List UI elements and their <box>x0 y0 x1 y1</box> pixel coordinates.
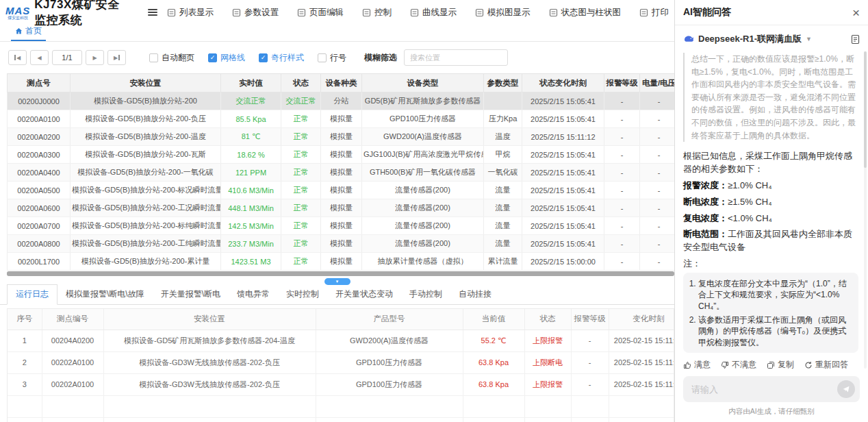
ai-answer-block: 根据已知信息，采煤工作面上隅角甲烷传感器的相关参数如下： 报警浓度：≥1.0% … <box>683 150 858 353</box>
search-box <box>404 49 508 66</box>
menu-item-list-display[interactable]: 列表显示 <box>167 7 214 18</box>
cell-device-kind: 模拟量 <box>321 128 362 146</box>
last-page-button[interactable]: ▶ <box>107 50 126 65</box>
cell-param-type: 压力Kpa <box>484 110 522 128</box>
ai-scrollbar-thumb[interactable] <box>864 51 867 168</box>
menu-item-control[interactable]: 控制 <box>362 7 392 18</box>
cell-point-id: 00200A0700 <box>8 217 71 235</box>
first-page-button[interactable]: ◀ <box>8 50 27 65</box>
cell-change-time: 2025-02-15 15:11:32 <box>609 330 674 351</box>
log-table-row: 3 00202A0100 模拟设备-GD3W无线抽放传感器-202-负压 GPD… <box>8 373 674 395</box>
menu-item-icon <box>639 8 648 17</box>
cell-point-id: 00200L1700 <box>8 253 71 271</box>
table-row[interactable]: 00200A0700 模拟设备-GD5(B)抽放分站-200-标纯瞬时流量 14… <box>8 217 675 235</box>
fuzzy-filter-label: 模糊筛选 <box>364 52 397 64</box>
cell-param-type: 一氧化碳 <box>484 164 522 182</box>
tab-home[interactable]: 首页 <box>11 23 46 41</box>
column-header: 状态变化时刻 <box>522 74 604 92</box>
checkbox-odd-row-style[interactable]: ✓ 奇行样式 <box>259 52 304 64</box>
cell-alarm-level: - <box>571 351 609 373</box>
tab-auto-attach[interactable]: 自动挂接 <box>450 285 500 304</box>
log-table-header-row: 序号测点编号安装位置产品型号当前值状态报警等级变化时刻 <box>8 309 674 330</box>
cell-change-time <box>609 417 674 422</box>
history-doc-icon[interactable] <box>851 34 860 45</box>
cell-status: 正常 <box>281 146 321 164</box>
cell-alarm-level <box>571 395 609 417</box>
close-icon[interactable]: × <box>852 6 860 19</box>
collapse-panel-button[interactable]: ▼ <box>324 278 350 285</box>
tab-run-log[interactable]: 运行日志 <box>7 284 58 305</box>
horizontal-scrollbar-thumb[interactable] <box>7 271 674 276</box>
table-row[interactable]: 00200A0400 模拟设备-GD5(B)抽放分站-200-一氧化碳 121 … <box>8 164 675 182</box>
cell-status: 交流正常 <box>281 92 321 110</box>
cell-status: 正常 <box>281 110 321 128</box>
checkbox-row-number[interactable]: ✓ 行号 <box>318 52 346 64</box>
model-selector[interactable]: Deepseek-R1-联网满血版 ▼ <box>675 25 868 49</box>
cell-current-value: 63.8 Kpa <box>463 351 524 373</box>
tab-feed-abnormal[interactable]: 馈电异常 <box>229 285 278 304</box>
cell-device-type: GD5(B)矿用瓦斯抽放多参数传感器 <box>362 92 484 110</box>
ai-answer-params: 报警浓度：≥1.0% CH₄断电浓度：≥1.5% CH₄复电浓度：<1.0% C… <box>683 179 858 254</box>
table-row[interactable]: 00200A0800 模拟设备-GD5(B)抽放分站-200-工纯瞬时流量 23… <box>8 235 675 253</box>
cell-status-change-time: 2025/2/15 15:05:41 <box>522 199 604 217</box>
regenerate-button[interactable]: 重新回答 <box>804 359 848 371</box>
checkbox-label: 自动翻页 <box>162 52 194 64</box>
table-row[interactable]: 00200A0500 模拟设备-GD5(B)抽放分站-200-标况瞬时流量 41… <box>8 182 675 199</box>
table-row[interactable]: 00200A0600 模拟设备-GD5(B)抽放分站-200-工况瞬时流量 44… <box>8 199 675 217</box>
cell-seq: 3 <box>8 373 42 395</box>
menu-item-status-bar-chart[interactable]: 状态图与柱状图 <box>549 7 622 18</box>
model-name: Deepseek-R1-联网满血版 <box>698 33 802 45</box>
next-page-button[interactable]: ▶ <box>86 50 104 65</box>
tab-manual-control[interactable]: 手动控制 <box>401 285 450 304</box>
chevron-down-icon: ▼ <box>806 36 812 42</box>
ai-message-input[interactable] <box>691 384 837 395</box>
menu-item-page-edit[interactable]: 页面编辑 <box>297 7 344 18</box>
cell-realtime-value: 233.7 M3/Min <box>221 235 281 253</box>
checkbox-box[interactable]: ✓ <box>259 53 268 62</box>
table-row[interactable]: 00200A0100 模拟设备-GD5(B)抽放分站-200-负压 85.5 K… <box>8 110 675 128</box>
cell-power-voltage: - <box>640 182 675 199</box>
cell-install-location: 模拟设备-GD5(B)抽放分站-200-一氧化碳 <box>71 164 221 182</box>
checkbox-box[interactable]: ✓ <box>208 53 217 62</box>
checkbox-grid-lines[interactable]: ✓ 网格线 <box>208 52 245 64</box>
log-tab-bar: 运行日志模拟量报警\断电\故障开关量报警\断电馈电异常实时控制开关量状态变动手动… <box>0 286 674 305</box>
cell-product-model <box>316 417 463 422</box>
table-row[interactable]: 00200J0000 模拟设备-GD5(B)抽放分站-200 交流正常 交流正常… <box>8 92 675 110</box>
cell-alarm-level: - <box>604 253 640 271</box>
cell-device-kind: 分站 <box>321 92 362 110</box>
menu-item-icon <box>167 8 176 17</box>
cell-install-location: 模拟设备-GD5(B)抽放分站-200-工况瞬时流量 <box>71 199 221 217</box>
menu-item-param-settings[interactable]: 参数设置 <box>232 7 279 18</box>
prev-page-button[interactable]: ◀ <box>30 50 49 65</box>
hamburger-menu-icon[interactable] <box>148 9 157 16</box>
satisfied-button[interactable]: 满意 <box>683 359 711 371</box>
checkbox-box[interactable]: ✓ <box>318 53 327 62</box>
menu-item-curve-display[interactable]: 曲线显示 <box>410 7 457 18</box>
send-button[interactable] <box>837 380 855 398</box>
table-row[interactable]: 00200L1700 模拟设备-GD5(B)抽放分站-200-累计量 1423.… <box>8 253 675 271</box>
cell-param-type: 流量 <box>484 182 522 199</box>
menu-item-print[interactable]: 打印 <box>639 7 669 18</box>
tab-home-label: 首页 <box>25 25 42 37</box>
menu-item-mimic-display[interactable]: 模拟图显示 <box>475 7 531 18</box>
copy-button[interactable]: 复制 <box>767 359 794 371</box>
tab-switch-alarm[interactable]: 开关量报警\断电 <box>153 285 229 304</box>
cell-seq <box>8 417 42 422</box>
checkbox-auto-page[interactable]: ✓ 自动翻页 <box>149 52 194 64</box>
search-input[interactable] <box>404 49 508 66</box>
tab-switch-state-change[interactable]: 开关量状态变动 <box>327 285 401 304</box>
checkbox-box[interactable]: ✓ <box>149 53 158 62</box>
log-table-container: 序号测点编号安装位置产品型号当前值状态报警等级变化时刻 1 00204A0200… <box>7 308 674 422</box>
tab-realtime-control[interactable]: 实时控制 <box>278 285 327 304</box>
cell-realtime-value: 81 ℃ <box>221 128 281 146</box>
cell-status-change-time: 2025/2/15 15:05:41 <box>522 92 604 110</box>
app-title: KJ73X煤矿安全监控系统 <box>34 0 131 28</box>
cell-current-value: 63.8 Kpa <box>463 373 524 395</box>
tab-analog-alarm[interactable]: 模拟量报警\断电\故障 <box>58 285 153 304</box>
cell-device-kind: 模拟量 <box>321 217 362 235</box>
unsatisfied-button[interactable]: 不满意 <box>721 359 756 371</box>
table-row[interactable]: 00200A0300 模拟设备-GD5(B)抽放分站-200-瓦斯 18.62 … <box>8 146 675 164</box>
cell-point-id: 00200A0600 <box>8 199 71 217</box>
table-row[interactable]: 00200A0200 模拟设备-GD5(B)抽放分站-200-温度 81 ℃ 正… <box>8 128 675 146</box>
cell-point-id: 00200J0000 <box>8 92 71 110</box>
